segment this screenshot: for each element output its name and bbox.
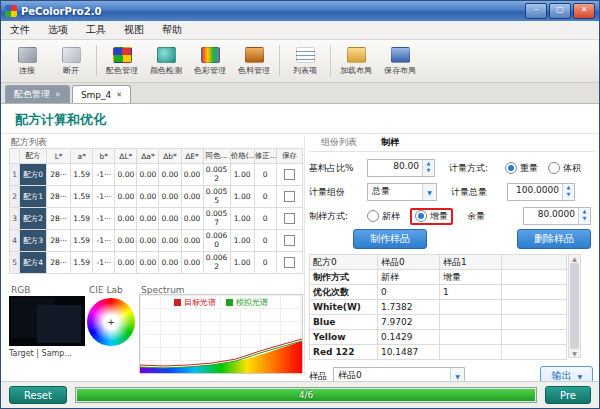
- col-fix[interactable]: 修正...: [254, 149, 276, 164]
- volume-radio[interactable]: 体积: [548, 162, 581, 175]
- toolbar-color-detect[interactable]: 颜色检测: [144, 47, 188, 76]
- col-price[interactable]: 价格(...: [230, 149, 254, 164]
- tab-close-icon[interactable]: ✕: [55, 91, 61, 99]
- toolbar-color-match[interactable]: 配色管理: [100, 47, 144, 76]
- base-ratio-stepper[interactable]: 80.00 ▲▼: [367, 159, 435, 177]
- col-sample1[interactable]: 样品1: [440, 255, 502, 270]
- table-row[interactable]: 3 配方2 28··· 1.59 -1··· 0.00 0.00 0.00 0.…: [10, 208, 303, 230]
- cie-color-wheel[interactable]: +: [87, 298, 135, 346]
- menu-file[interactable]: 文件: [1, 23, 39, 37]
- tab-make-sample[interactable]: 制样: [369, 136, 411, 149]
- save-checkbox[interactable]: [284, 213, 295, 224]
- sample-table: 配方0 样品0 样品1 制作方式 新样 增量 优化次数 0 1: [309, 254, 567, 360]
- col-formula0[interactable]: 配方0: [310, 255, 378, 270]
- measure-comp-select[interactable]: 总量 ▼: [367, 183, 437, 201]
- title-bar[interactable]: PeColorPro2.0 – ▢ ✕: [1, 1, 599, 21]
- minimize-button[interactable]: –: [525, 3, 547, 19]
- save-checkbox[interactable]: [284, 257, 295, 268]
- col-b[interactable]: b*: [93, 149, 115, 164]
- new-sample-radio[interactable]: 新样: [367, 210, 400, 223]
- cell-dL: 0.00: [115, 230, 137, 252]
- close-button[interactable]: ✕: [573, 3, 595, 19]
- cell-b: -1···: [93, 230, 115, 252]
- down-arrow-icon[interactable]: ▼: [563, 191, 574, 198]
- chevron-down-icon[interactable]: ▼: [450, 368, 464, 381]
- tab-color-match[interactable]: 配色管理 ✕: [5, 85, 70, 103]
- row-number: 3: [10, 208, 20, 230]
- col-da[interactable]: Δa*: [137, 149, 159, 164]
- scroll-up-icon[interactable]: ▲: [572, 255, 577, 262]
- scroll-down-icon[interactable]: ▼: [572, 350, 577, 357]
- delete-sample-button[interactable]: 删除样品: [517, 229, 591, 249]
- stepper-arrows[interactable]: ▲▼: [578, 208, 590, 224]
- chevron-down-icon[interactable]: ▼: [422, 184, 436, 200]
- make-sample-button[interactable]: 制作样品: [353, 229, 427, 249]
- base-ratio-value[interactable]: 80.00: [368, 160, 422, 176]
- col-dL[interactable]: ΔL*: [115, 149, 137, 164]
- cell-dE: 0.00: [181, 208, 203, 230]
- col-formula[interactable]: 配方: [20, 149, 47, 164]
- tab-smp4[interactable]: Smp_4 ✕: [72, 85, 131, 103]
- menu-tools[interactable]: 工具: [77, 23, 115, 37]
- table-row[interactable]: 优化次数 0 1: [310, 285, 567, 300]
- table-row[interactable]: 4 配方3 28··· 1.59 -1··· 0.00 0.00 0.00 0.…: [10, 230, 303, 252]
- col-match[interactable]: 同色...: [203, 149, 230, 164]
- up-arrow-icon[interactable]: ▲: [563, 184, 574, 191]
- remain-value[interactable]: 80.0000: [524, 208, 578, 224]
- toolbar-color-manage[interactable]: 色彩管理: [188, 47, 232, 76]
- table-row[interactable]: White(W) 1.7382: [310, 300, 567, 315]
- toolbar-load-layout[interactable]: 加载布局: [334, 47, 378, 76]
- stepper-arrows[interactable]: ▲▼: [562, 184, 574, 200]
- menu-options[interactable]: 选项: [39, 23, 77, 37]
- menu-help[interactable]: 帮助: [153, 23, 191, 37]
- col-save[interactable]: 保存: [276, 149, 302, 164]
- output-button[interactable]: 输出 ▼: [540, 366, 593, 381]
- toolbar-separator: [330, 45, 331, 77]
- table-row[interactable]: Yellow 0.1429: [310, 330, 567, 345]
- scrollbar-thumb[interactable]: [570, 263, 579, 349]
- down-arrow-icon[interactable]: ▼: [579, 215, 590, 222]
- save-checkbox[interactable]: [284, 235, 295, 246]
- stepper-arrows[interactable]: ▲▼: [422, 160, 434, 176]
- table-row[interactable]: Red 122 10.1487: [310, 345, 567, 360]
- toolbar-disconnect[interactable]: 断开: [49, 47, 93, 76]
- save-checkbox[interactable]: [284, 169, 295, 180]
- measure-total-value[interactable]: 100.0000: [508, 184, 562, 200]
- measure-total-stepper[interactable]: 100.0000 ▲▼: [507, 183, 575, 201]
- table-row[interactable]: Blue 7.9702: [310, 315, 567, 330]
- tab-components[interactable]: 组份列表: [309, 136, 369, 149]
- toolbar-save-layout[interactable]: 保存布局: [378, 47, 422, 76]
- table-row[interactable]: 5 配方4 28··· 1.59 -1··· 0.00 0.00 0.00 0.…: [10, 252, 303, 274]
- increment-radio[interactable]: 增量: [415, 210, 448, 223]
- remain-label: 余量: [467, 210, 519, 223]
- remain-stepper[interactable]: 80.0000 ▲▼: [523, 207, 591, 225]
- maximize-button[interactable]: ▢: [549, 3, 571, 19]
- cell: [440, 330, 502, 345]
- weight-radio[interactable]: 重量: [505, 162, 538, 175]
- toolbar-colorant-manage[interactable]: 色料管理: [232, 47, 276, 76]
- up-arrow-icon[interactable]: ▲: [423, 160, 434, 167]
- row-label: Yellow: [310, 330, 378, 345]
- pre-button[interactable]: Pre: [545, 386, 591, 404]
- cell-da: 0.00: [137, 208, 159, 230]
- color-detect-icon: [157, 47, 176, 63]
- toolbar-list-items[interactable]: 列表项: [283, 47, 327, 76]
- table-row[interactable]: 2 配方1 28··· 1.59 -1··· 0.00 0.00 0.00 0.…: [10, 186, 303, 208]
- save-checkbox[interactable]: [284, 191, 295, 202]
- menu-view[interactable]: 视图: [115, 23, 153, 37]
- sample-select[interactable]: 样品0 ▼: [333, 367, 465, 381]
- table-row[interactable]: 1 配方0 28··· 1.59 -1··· 0.00 0.00 0.00 0.…: [10, 164, 303, 186]
- tab-close-icon[interactable]: ✕: [116, 91, 122, 99]
- up-arrow-icon[interactable]: ▲: [579, 208, 590, 215]
- toolbar-connect[interactable]: 连接: [5, 47, 49, 76]
- reset-button[interactable]: Reset: [9, 386, 67, 404]
- down-arrow-icon[interactable]: ▼: [423, 167, 434, 174]
- col-dE[interactable]: ΔE*: [181, 149, 203, 164]
- col-a[interactable]: a*: [71, 149, 93, 164]
- col-sample0[interactable]: 样品0: [378, 255, 440, 270]
- radio-on-icon: [415, 210, 427, 222]
- col-L[interactable]: L*: [47, 149, 71, 164]
- col-db[interactable]: Δb*: [159, 149, 181, 164]
- table-row[interactable]: 制作方式 新样 增量: [310, 270, 567, 285]
- vertical-scrollbar[interactable]: ▲ ▼: [568, 254, 581, 358]
